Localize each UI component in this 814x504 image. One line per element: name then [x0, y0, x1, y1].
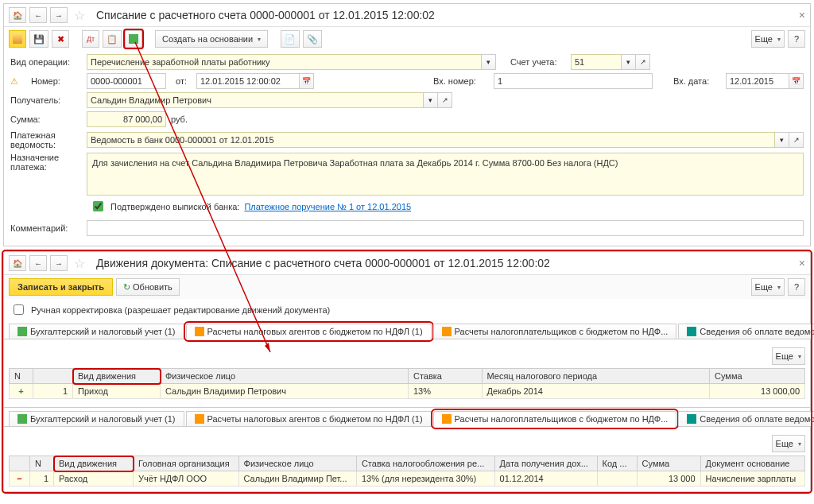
- col-date[interactable]: Дата получения дох...: [494, 456, 597, 471]
- dt-kt-button[interactable]: Дт: [82, 30, 99, 48]
- amount-input[interactable]: 87 000,00: [87, 111, 166, 127]
- tab-payment-info[interactable]: Сведения об оплате ведомостей на выплату…: [678, 324, 814, 339]
- recipient-open[interactable]: ↗: [438, 92, 452, 108]
- date-from-label: от:: [176, 76, 187, 86]
- help-button[interactable]: ?: [788, 30, 805, 48]
- vedomost-dropdown[interactable]: ▾: [775, 132, 789, 148]
- table1-wrap: Еще N Вид движения Физическое лицо Ставк…: [4, 339, 810, 404]
- warning-icon: ⚠: [10, 76, 26, 87]
- vedomost-label: Платежная ведомость:: [10, 130, 82, 149]
- currency-label: руб.: [171, 114, 188, 124]
- table-row[interactable]: + 1 Приход Сальдин Владимир Петрович 13%…: [10, 384, 805, 399]
- back-button[interactable]: ←: [29, 7, 47, 23]
- manual-edit-row: Ручная корректировка (разрешает редактир…: [4, 299, 810, 320]
- col-org[interactable]: Головная организация: [134, 456, 239, 471]
- tab-icon: [687, 327, 696, 336]
- close-button-2[interactable]: ×: [799, 257, 805, 269]
- tab-icon: [442, 327, 452, 336]
- window-title: Списание с расчетного счета 0000-000001 …: [96, 9, 796, 21]
- tab-icon: [687, 414, 696, 424]
- col-vid[interactable]: Вид движения: [73, 369, 161, 384]
- col-vid[interactable]: Вид движения: [54, 456, 134, 471]
- home-button-2[interactable]: 🏠: [9, 255, 26, 271]
- col-n[interactable]: N: [10, 369, 33, 384]
- in-number-label: Вх. номер:: [433, 76, 489, 86]
- vedomost-open[interactable]: ↗: [789, 132, 804, 148]
- tab-ndfl-payers[interactable]: Расчеты налогоплательщиков с бюджетом по…: [433, 324, 677, 339]
- forward-button[interactable]: →: [50, 7, 68, 23]
- operation-label: Вид операции:: [10, 57, 82, 67]
- movements-window: 🏠 ← → ☆ Движения документа: Списание с р…: [3, 251, 811, 492]
- amount-label: Сумма:: [10, 114, 82, 124]
- attach-button[interactable]: 📎: [303, 30, 322, 48]
- recipient-input[interactable]: Сальдин Владимир Петрович: [87, 92, 424, 108]
- favorite-icon[interactable]: ☆: [74, 8, 85, 23]
- col-stavka[interactable]: Ставка налогообложения ре...: [356, 456, 494, 471]
- confirmed-checkbox[interactable]: [93, 201, 103, 211]
- table2-wrap: Еще N Вид движения Головная организация …: [4, 427, 810, 491]
- movements-button[interactable]: [125, 30, 142, 48]
- table1-more[interactable]: Еще: [772, 347, 805, 365]
- more-button[interactable]: Еще: [751, 30, 785, 48]
- vedomost-input[interactable]: Ведомость в банк 0000-000001 от 12.01.20…: [87, 132, 775, 148]
- comment-input[interactable]: [87, 220, 804, 236]
- table2-more[interactable]: Еще: [772, 435, 805, 452]
- table-1: N Вид движения Физическое лицо Ставка Ме…: [9, 368, 805, 399]
- tab-icon: [195, 414, 204, 424]
- create-based-button[interactable]: Создать на основании: [155, 30, 268, 48]
- recipient-label: Получатель:: [10, 95, 82, 105]
- home-button[interactable]: 🏠: [9, 7, 26, 23]
- col-sum[interactable]: Сумма: [710, 369, 805, 384]
- account-dropdown[interactable]: ▾: [622, 54, 636, 70]
- account-open[interactable]: ↗: [636, 54, 650, 70]
- purpose-textarea[interactable]: Для зачисления на счет Сальдина Владимир…: [87, 153, 804, 196]
- save-close-button[interactable]: Записать и закрыть: [9, 278, 113, 296]
- col-n[interactable]: N: [30, 456, 54, 471]
- tab-icon: [195, 327, 204, 336]
- manual-checkbox[interactable]: [14, 304, 24, 315]
- operation-input[interactable]: Перечисление заработной платы работнику: [87, 54, 482, 70]
- col-fiz[interactable]: Физическое лицо: [238, 456, 356, 471]
- operation-dropdown[interactable]: ▾: [482, 54, 496, 70]
- in-date-picker[interactable]: 📅: [789, 73, 804, 89]
- payment-order-link[interactable]: Платежное поручение № 1 от 12.01.2015: [244, 202, 411, 211]
- tab-icon: [442, 414, 452, 424]
- date-input[interactable]: 12.01.2015 12:00:02: [196, 73, 300, 89]
- col-sum[interactable]: Сумма: [637, 456, 700, 471]
- date-picker[interactable]: 📅: [300, 73, 314, 89]
- print-button[interactable]: 📄: [281, 30, 300, 48]
- more-button-2[interactable]: Еще: [751, 278, 785, 296]
- account-input[interactable]: 51: [571, 54, 622, 70]
- tab-payment-info-2[interactable]: Сведения об оплате ведомостей на выплату…: [678, 411, 814, 426]
- tab-accounting-2[interactable]: Бухгалтерский и налоговый учет (1): [9, 411, 184, 426]
- favorite-icon-2[interactable]: ☆: [74, 256, 85, 271]
- table-2: N Вид движения Головная организация Физи…: [9, 456, 805, 487]
- col-fiz[interactable]: Физическое лицо: [161, 369, 409, 384]
- number-label: Номер:: [31, 76, 82, 86]
- col-month[interactable]: Месяц налогового периода: [482, 369, 709, 384]
- structure-button[interactable]: 📋: [103, 30, 122, 48]
- tab-accounting[interactable]: Бухгалтерский и налоговый учет (1): [9, 324, 184, 339]
- col-doc[interactable]: Документ основание: [700, 456, 804, 471]
- number-input[interactable]: 0000-000001: [87, 73, 166, 89]
- close-button[interactable]: ×: [799, 9, 805, 21]
- save-button[interactable]: 💾: [29, 30, 48, 48]
- post-button[interactable]: [9, 30, 26, 48]
- cancel-post-button[interactable]: ✖: [52, 30, 69, 48]
- tab-ndfl-payers-2[interactable]: Расчеты налогоплательщиков с бюджетом по…: [433, 411, 677, 427]
- tab-ndfl-agents-2[interactable]: Расчеты налоговых агентов с бюджетом по …: [186, 411, 432, 426]
- refresh-button[interactable]: ↻ Обновить: [116, 278, 180, 296]
- in-date-input[interactable]: 12.01.2015: [726, 73, 789, 89]
- col-stavka[interactable]: Ставка: [408, 369, 482, 384]
- tab-ndfl-agents[interactable]: Расчеты налоговых агентов с бюджетом по …: [186, 324, 432, 339]
- forward-button-2[interactable]: →: [50, 255, 68, 271]
- table-row[interactable]: − 1 Расход Учёт НДФЛ ООО Сальдин Владими…: [10, 471, 805, 487]
- tab-icon: [17, 327, 27, 336]
- recipient-dropdown[interactable]: ▾: [424, 92, 438, 108]
- back-button-2[interactable]: ←: [29, 255, 47, 271]
- in-number-input[interactable]: 1: [494, 73, 653, 89]
- help-button-2[interactable]: ?: [788, 278, 805, 296]
- row-sign: −: [10, 471, 30, 487]
- tabs-row-1: Бухгалтерский и налоговый учет (1) Расче…: [4, 320, 810, 339]
- col-kod[interactable]: Код ...: [597, 456, 637, 471]
